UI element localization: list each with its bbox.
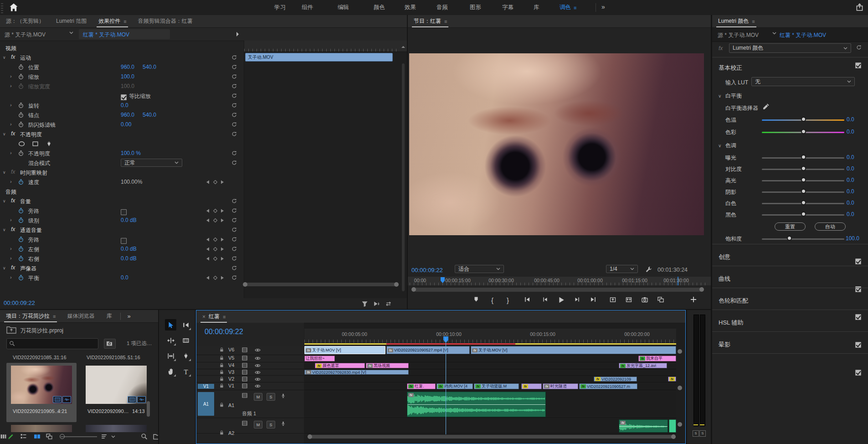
workspace-tab-学习[interactable]: 学习: [274, 0, 286, 15]
bin-item-thumbnail[interactable]: [11, 366, 72, 404]
track-lane-V5[interactable]: [304, 355, 676, 362]
section-HSL 辅助[interactable]: HSL 辅助: [719, 319, 743, 327]
track-lock-icon[interactable]: [219, 383, 224, 388]
hand-tool[interactable]: [165, 366, 176, 377]
param-value[interactable]: 100.0: [121, 73, 134, 80]
wb-色彩-value[interactable]: 0.0: [847, 129, 854, 135]
tone-对比度-value[interactable]: 0.0: [847, 165, 854, 172]
timeline-clip-VID20220927092830.mp4 [V][interactable]: fxVID20220927092830.mp4 [V]: [304, 370, 409, 375]
workspace-tab-字幕[interactable]: 字幕: [502, 0, 514, 15]
param-value[interactable]: 0.0 dB: [121, 255, 137, 262]
reset-parameter-icon[interactable]: [231, 198, 237, 204]
workspace-tab-效果[interactable]: 效果: [405, 0, 416, 15]
next-keyframe-icon[interactable]: [221, 247, 224, 251]
effect-name[interactable]: 时间重映射: [20, 169, 47, 177]
stopwatch-icon[interactable]: [18, 217, 24, 223]
track-output-eye-icon[interactable]: [255, 377, 261, 382]
param-value[interactable]: 960.0: [121, 112, 134, 118]
new-bin-icon[interactable]: [153, 433, 158, 440]
tone-高光-knob[interactable]: [801, 177, 806, 182]
scrollbar-handle[interactable]: [308, 434, 312, 439]
reset-button[interactable]: 重置: [775, 222, 806, 231]
stopwatch-icon[interactable]: [18, 83, 24, 89]
add-marker-icon[interactable]: [473, 296, 479, 303]
timeline-clip-我来自平[interactable]: fx我来自平: [638, 356, 676, 361]
workspace-overflow-button[interactable]: »: [601, 3, 605, 10]
param-checkbox[interactable]: [121, 94, 127, 100]
freeform-view-icon[interactable]: [46, 433, 53, 440]
add-keyframe-icon[interactable]: [213, 276, 217, 280]
track-name[interactable]: V2: [228, 376, 234, 382]
reset-parameter-icon[interactable]: [231, 246, 237, 252]
track-lock-icon[interactable]: [219, 430, 224, 435]
timeline-horizontal-scrollbar[interactable]: [310, 435, 673, 439]
expand-icon[interactable]: ›: [10, 83, 12, 88]
param-value[interactable]: 0.0: [121, 102, 128, 108]
project-writable-icon[interactable]: [7, 433, 14, 440]
workspace-tab-调色[interactable]: 调色≡: [560, 0, 576, 15]
basic-correction-header[interactable]: 基本校正: [719, 64, 742, 72]
effect-controls-tab-源：（无剪辑）[interactable]: 源：（无剪辑）: [0, 15, 50, 27]
sync-lock-icon[interactable]: [242, 370, 247, 375]
program-scrollbar[interactable]: [414, 288, 702, 292]
workspace-tab-组件[interactable]: 组件: [302, 0, 313, 15]
param-value[interactable]: 0.0: [121, 274, 128, 281]
video-badge-icon[interactable]: [53, 396, 62, 403]
audio-badge-icon[interactable]: [137, 396, 146, 403]
tone-阴影-value[interactable]: 0.0: [847, 188, 854, 195]
tone-高光-value[interactable]: 0.0: [847, 177, 854, 183]
expand-icon[interactable]: ›: [10, 150, 12, 155]
project-tab-库[interactable]: 库: [100, 310, 118, 322]
pen-mask-icon[interactable]: [46, 140, 52, 147]
reset-effect-icon[interactable]: [856, 45, 862, 50]
auto-button[interactable]: 自动: [815, 222, 846, 231]
go-to-out-icon[interactable]: [590, 296, 596, 303]
next-keyframe-icon[interactable]: [221, 209, 224, 213]
timeline-clip-叉子动竖版.M[interactable]: fx叉子动竖版.M: [474, 383, 519, 389]
reset-parameter-icon[interactable]: [231, 256, 237, 261]
reset-parameter-icon[interactable]: [231, 112, 237, 118]
collapse-icon[interactable]: ∨: [3, 227, 6, 232]
expand-icon[interactable]: ›: [10, 73, 12, 79]
reset-parameter-icon[interactable]: [231, 122, 237, 127]
button-editor-icon[interactable]: [690, 296, 697, 303]
track-name[interactable]: V4: [228, 362, 234, 368]
automate-to-sequence-icon[interactable]: [0, 433, 7, 440]
blend-mode-dropdown[interactable]: 正常: [121, 159, 182, 167]
timeline-clip[interactable]: fx: [668, 377, 676, 382]
timeline-clip-叉子动.MOV [V][interactable]: fx叉子动.MOV [V]: [471, 346, 676, 354]
timeline-clip-时光隧道[interactable]: fx时光隧道: [543, 383, 578, 389]
reset-parameter-icon[interactable]: [231, 160, 237, 165]
track-name[interactable]: A2: [228, 430, 234, 436]
track-output-eye-icon[interactable]: [255, 384, 261, 388]
chevron-down-icon[interactable]: [69, 31, 73, 34]
sync-lock-icon[interactable]: [242, 421, 247, 426]
wb-色温-value[interactable]: 0.0: [847, 116, 854, 123]
expand-icon[interactable]: ›: [10, 255, 12, 261]
monitor-settings-wrench-icon[interactable]: [645, 266, 652, 273]
mark-out-icon[interactable]: }: [507, 296, 509, 305]
solo-button[interactable]: S: [267, 393, 275, 401]
timeline-clip-颜色遮罩[interactable]: fx颜色遮罩: [315, 363, 365, 368]
section-曲线[interactable]: 曲线: [719, 275, 730, 283]
loop-playback-icon[interactable]: [385, 300, 392, 307]
effect-name[interactable]: 音量: [20, 198, 31, 206]
go-to-in-icon[interactable]: [524, 296, 530, 303]
track-name[interactable]: V5: [228, 355, 234, 361]
tone-header[interactable]: 色调: [725, 142, 736, 150]
export-frame-icon[interactable]: [642, 296, 648, 303]
stopwatch-icon[interactable]: [18, 208, 24, 214]
param-value[interactable]: 0.0 dB: [121, 217, 137, 223]
next-keyframe-icon[interactable]: [221, 276, 224, 280]
panel-menu-icon[interactable]: ≡: [53, 314, 55, 319]
expand-icon[interactable]: ›: [10, 217, 12, 222]
workspace-menu-icon[interactable]: ≡: [574, 5, 576, 10]
mute-button[interactable]: M: [254, 393, 262, 401]
stopwatch-icon[interactable]: [18, 74, 24, 80]
bin-item-selected[interactable]: VID202209210905…4:21: [6, 363, 77, 422]
reset-parameter-icon[interactable]: [231, 217, 237, 223]
tone-阴影-knob[interactable]: [801, 189, 806, 194]
stopwatch-icon[interactable]: [18, 256, 24, 262]
sync-lock-icon[interactable]: [242, 377, 247, 382]
vertical-scrollbar[interactable]: [402, 63, 405, 291]
